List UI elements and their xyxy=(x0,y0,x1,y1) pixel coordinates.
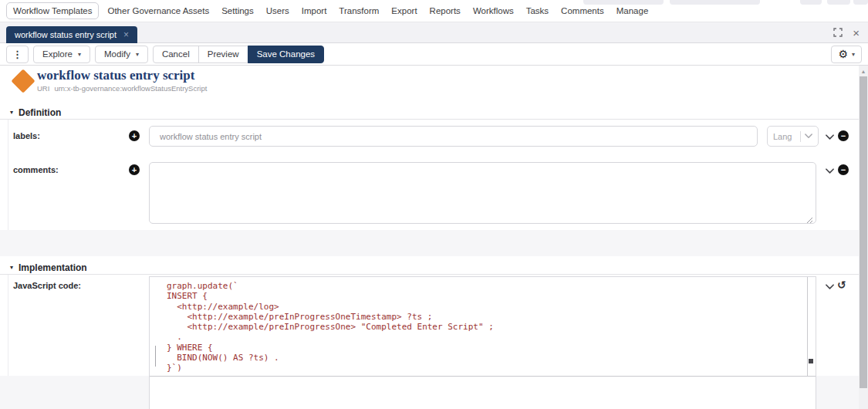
asset-type-icon xyxy=(11,69,35,93)
code-content: graph.update(` INSERT { <http://example/… xyxy=(150,277,816,374)
form-left-border xyxy=(8,275,8,376)
modify-label: Modify xyxy=(104,49,130,59)
lang-select[interactable]: Lang xyxy=(767,126,819,147)
gear-icon: ⚙ xyxy=(838,49,848,59)
cancel-label: Cancel xyxy=(162,49,190,59)
page-title: workflow status entry script xyxy=(37,68,194,83)
code-line: <http://example/preInProgressOneTimestam… xyxy=(167,312,816,322)
section-gap xyxy=(0,230,859,256)
explore-button[interactable]: Explore ▾ xyxy=(33,46,90,63)
javascript-code-field-label: JavaScript code: xyxy=(13,281,81,290)
save-changes-label: Save Changes xyxy=(257,49,315,59)
undo-button[interactable]: ↺ xyxy=(837,279,846,291)
scroll-up-arrow[interactable]: ▲ xyxy=(859,66,868,76)
code-line: graph.update(` xyxy=(167,281,816,291)
document-tab-label: workflow status entry script xyxy=(15,30,117,39)
expand-icon[interactable] xyxy=(833,28,843,37)
nav-item-reports[interactable]: Reports xyxy=(424,3,467,19)
divider xyxy=(800,131,801,142)
collapse-triangle-icon: ▾ xyxy=(10,264,13,271)
preview-button[interactable]: Preview xyxy=(198,46,248,63)
tab-strip: workflow status entry script × × xyxy=(0,22,868,43)
overflow-menu-button[interactable]: ⋮ xyxy=(6,46,29,63)
collapse-triangle-icon: ▾ xyxy=(10,109,13,116)
comments-textarea[interactable] xyxy=(149,162,816,224)
add-comment-button[interactable]: + xyxy=(129,164,140,175)
save-changes-button[interactable]: Save Changes xyxy=(248,46,324,63)
panel-close-icon[interactable]: × xyxy=(853,29,860,37)
page-scrollbar-thumb[interactable] xyxy=(860,76,867,388)
ghost-tab-stub xyxy=(583,0,664,5)
code-line: <http://example/log> xyxy=(167,302,816,312)
nav-item-settings[interactable]: Settings xyxy=(215,3,260,19)
resize-handle-icon[interactable] xyxy=(806,213,813,221)
uri-value: urn:x-tb-governance:workflowStatusEntryS… xyxy=(54,84,207,93)
comments-field-label: comments: xyxy=(13,165,59,174)
labels-field-label: labels: xyxy=(13,131,40,140)
ghost-tab-stub xyxy=(827,0,850,5)
document-tab[interactable]: workflow status entry script × xyxy=(6,26,137,43)
caret-down-icon: ▾ xyxy=(852,51,855,58)
remove-label-button[interactable]: − xyxy=(838,130,849,141)
kebab-icon: ⋮ xyxy=(12,49,22,60)
form-panel: workflow status entry script URI urn:x-t… xyxy=(0,66,859,409)
nav-item-tasks[interactable]: Tasks xyxy=(520,3,555,19)
collapse-comments-row-button[interactable] xyxy=(824,167,835,176)
collapse-code-row-button[interactable] xyxy=(824,282,835,292)
nav-item-import[interactable]: Import xyxy=(296,3,333,19)
nav-item-export[interactable]: Export xyxy=(385,3,423,19)
panel-controls: × xyxy=(833,28,860,37)
add-label-button[interactable]: + xyxy=(129,130,140,141)
toolbar: ⋮ Explore ▾ Modify ▾ Cancel Preview Save… xyxy=(0,43,868,66)
collapse-labels-row-button[interactable] xyxy=(824,133,835,142)
code-editor[interactable]: graph.update(` INSERT { <http://example/… xyxy=(149,276,816,409)
lang-placeholder: Lang xyxy=(773,132,792,141)
form-left-border xyxy=(8,120,8,230)
action-button-group: Cancel Preview Save Changes xyxy=(153,46,324,63)
nav-item-workflow-templates[interactable]: Workflow Templates xyxy=(6,2,99,19)
page-scrollbar[interactable]: ▲ xyxy=(859,66,868,409)
nav-item-comments[interactable]: Comments xyxy=(555,3,610,19)
code-line: BIND(NOW() AS ?ts) . xyxy=(167,353,816,363)
section-implementation-header[interactable]: ▾ Implementation xyxy=(0,256,859,275)
cancel-button[interactable]: Cancel xyxy=(153,46,199,63)
code-line: INSERT { xyxy=(167,291,816,301)
labels-input[interactable] xyxy=(149,126,758,147)
preview-label: Preview xyxy=(208,49,239,59)
code-line: . xyxy=(167,332,816,342)
code-line: }`) xyxy=(167,363,816,373)
editor-scrollbar-thumb[interactable] xyxy=(809,359,813,363)
app-window: Workflow Templates Other Governance Asse… xyxy=(0,0,868,409)
section-implementation-label: Implementation xyxy=(19,262,87,273)
ghost-tab-stub xyxy=(800,0,822,5)
nav-item-other-governance-assets[interactable]: Other Governance Assets xyxy=(101,3,215,19)
caret-down-icon: ▾ xyxy=(136,51,139,58)
section-definition-header[interactable]: ▾ Definition xyxy=(0,101,859,120)
asset-uri: URI urn:x-tb-governance:workflowStatusEn… xyxy=(37,84,207,93)
tab-close-icon[interactable]: × xyxy=(123,30,129,39)
chevron-down-icon xyxy=(805,134,812,139)
ghost-tab-stub xyxy=(853,0,868,5)
nav-item-transform[interactable]: Transform xyxy=(333,3,385,19)
nav-item-users[interactable]: Users xyxy=(260,3,296,19)
uri-label: URI xyxy=(37,84,49,93)
primary-nav: Workflow Templates Other Governance Asse… xyxy=(0,0,868,22)
modify-button[interactable]: Modify ▾ xyxy=(95,46,148,63)
section-definition-label: Definition xyxy=(19,107,61,118)
settings-button[interactable]: ⚙ ▾ xyxy=(831,46,862,63)
editor-divider xyxy=(150,376,816,377)
caret-down-icon: ▾ xyxy=(78,51,81,58)
diamond-shape xyxy=(11,69,35,93)
remove-comment-button[interactable]: − xyxy=(838,164,849,175)
editor-scrollbar[interactable] xyxy=(807,277,813,376)
code-line: <http://example/preInProgressOne> "Compl… xyxy=(167,322,816,332)
nav-item-workflows[interactable]: Workflows xyxy=(467,3,520,19)
text-cursor xyxy=(155,346,156,367)
code-line: } WHERE { xyxy=(167,343,816,353)
ghost-tab-stub xyxy=(670,0,760,5)
explore-label: Explore xyxy=(42,49,73,59)
nav-item-manage[interactable]: Manage xyxy=(610,3,655,19)
